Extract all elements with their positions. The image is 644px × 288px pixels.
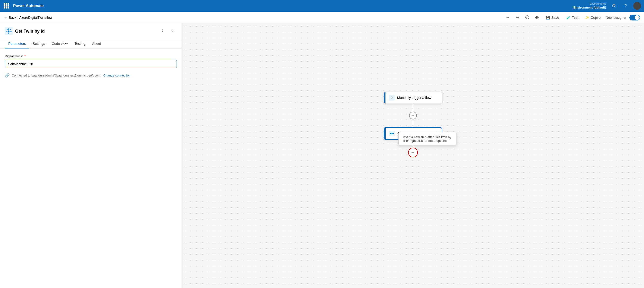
comments-button[interactable] [523, 14, 531, 22]
tooltip-area: Insert a new step after Get Twin by Id o… [408, 148, 418, 158]
trigger-icon [388, 94, 395, 101]
svg-rect-13 [392, 131, 392, 133]
settings-icon[interactable]: ⚙ [610, 2, 618, 10]
save-label: Save [551, 16, 559, 20]
second-bar: ← Back AzureDigitalTwinsflow ↩ ↪ 💾 Save … [0, 12, 644, 23]
add-step-button-1[interactable]: + [409, 112, 417, 119]
help-icon[interactable]: ? [622, 2, 630, 10]
connections-button[interactable] [533, 14, 541, 22]
back-label: Back [9, 16, 16, 20]
new-designer-toggle[interactable] [630, 15, 640, 21]
copilot-icon: ✨ [585, 16, 589, 20]
tab-codeview[interactable]: Code view [48, 39, 71, 49]
flow-container: Manually trigger a flow + [384, 92, 442, 158]
required-marker: * [24, 54, 26, 58]
test-icon: 🧪 [566, 16, 570, 20]
connector-line-1 [413, 104, 413, 112]
tab-testing[interactable]: Testing [71, 39, 88, 49]
tabs: Parameters Settings Code view Testing Ab… [0, 39, 182, 49]
copilot-label: Copilot [591, 16, 602, 20]
svg-rect-14 [392, 134, 392, 135]
left-panel: Get Twin by Id ⋮ « Parameters Settings C… [0, 23, 182, 288]
svg-rect-7 [10, 31, 12, 32]
save-button[interactable]: 💾 Save [543, 15, 562, 21]
test-button[interactable]: 🧪 Test [564, 15, 581, 21]
trigger-node-title: Manually trigger a flow [397, 96, 431, 100]
digital-twin-id-label: Digital twin id * [5, 54, 177, 58]
top-nav: Power Automate Environments Environment … [0, 0, 644, 12]
panel-content: Digital twin id * 🔗 Connected to baander… [0, 49, 182, 84]
environments-label: Environments [590, 2, 606, 5]
panel-title: Get Twin by Id [15, 29, 156, 34]
connector-line-2 [413, 119, 413, 127]
svg-point-1 [526, 18, 527, 18]
panel-header: Get Twin by Id ⋮ « [0, 23, 182, 39]
new-designer-label: New designer [606, 16, 626, 20]
save-icon: 💾 [546, 16, 550, 20]
change-connection-link[interactable]: Change connection [103, 74, 130, 77]
back-arrow-icon: ← [4, 16, 7, 20]
tooltip-text: Insert a new step after Get Twin by Id o… [402, 135, 452, 142]
tab-settings[interactable]: Settings [29, 39, 48, 49]
panel-collapse-button[interactable]: « [169, 27, 177, 35]
avatar[interactable] [633, 2, 641, 10]
connection-text: Connected to baandersadmin@baanderstest2… [12, 74, 102, 77]
panel-menu-button[interactable]: ⋮ [159, 27, 166, 35]
svg-rect-10 [389, 95, 395, 101]
undo-button[interactable]: ↩ [504, 14, 512, 22]
connection-row: 🔗 Connected to baandersadmin@baanderstes… [5, 73, 177, 78]
link-icon: 🔗 [5, 73, 10, 78]
svg-rect-6 [6, 31, 8, 32]
svg-rect-16 [393, 133, 394, 134]
add-step-highlighted-button[interactable]: + [408, 148, 418, 158]
get-twin-icon [389, 130, 396, 137]
app-title: Power Automate [13, 4, 44, 8]
panel-node-icon [5, 27, 13, 35]
svg-point-0 [526, 16, 529, 19]
digital-twin-id-input[interactable] [5, 60, 177, 68]
flow-title: AzureDigitalTwinsflow [19, 16, 52, 20]
test-label: Test [572, 16, 578, 20]
tab-parameters[interactable]: Parameters [5, 39, 29, 49]
trigger-node[interactable]: Manually trigger a flow [384, 92, 442, 104]
redo-button[interactable]: ↪ [514, 14, 522, 22]
environment-value: Environment (default) [574, 6, 606, 10]
waffle-menu[interactable] [3, 3, 10, 9]
tab-about[interactable]: About [89, 39, 104, 49]
copilot-button[interactable]: ✨ Copilot [583, 15, 604, 21]
svg-rect-15 [390, 133, 391, 134]
main-layout: Get Twin by Id ⋮ « Parameters Settings C… [0, 23, 644, 288]
svg-point-3 [8, 31, 10, 32]
environment-selector[interactable]: Environments Environment (default) [574, 2, 606, 10]
canvas: Manually trigger a flow + [182, 23, 644, 288]
svg-point-12 [392, 133, 393, 134]
back-button[interactable]: ← Back [4, 16, 16, 20]
svg-rect-4 [8, 28, 9, 30]
tooltip-box: Insert a new step after Get Twin by Id o… [398, 132, 457, 146]
svg-rect-5 [8, 32, 9, 34]
